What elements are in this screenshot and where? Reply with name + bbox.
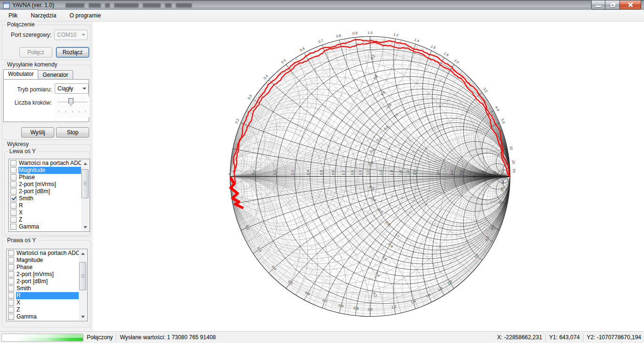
menu-item-o-programie[interactable]: O programie (63, 10, 107, 21)
axis-option-label: Smith (16, 285, 79, 292)
axis-option-label: Magnitude (16, 257, 79, 264)
svg-text:0.4: 0.4 (372, 74, 379, 81)
svg-text:10: 10 (480, 171, 485, 175)
svg-text:1.0: 1.0 (368, 307, 372, 311)
checkbox-icon[interactable] (8, 271, 14, 278)
checkbox-icon[interactable] (10, 224, 17, 230)
scroll-down-button[interactable] (81, 223, 89, 231)
axis-option[interactable]: R (7, 292, 79, 299)
checkbox-icon[interactable] (8, 300, 14, 306)
checkbox-icon[interactable] (8, 286, 14, 292)
svg-text:0.5: 0.5 (319, 170, 323, 175)
axis-option-label: Phase (16, 264, 79, 271)
tab-wobulator[interactable]: Wobulator (3, 69, 38, 79)
checkbox-icon[interactable] (8, 257, 14, 263)
cursor-readout: X: -22858662,231 Y1: 643,074 Y2: -107077… (494, 334, 641, 342)
svg-text:0.5: 0.5 (281, 58, 287, 64)
svg-text:0.8: 0.8 (388, 242, 394, 249)
axis-option[interactable]: Phase (9, 174, 81, 181)
checkbox-icon[interactable] (8, 278, 14, 285)
axis-option[interactable]: Wartości na portach ADC (9, 160, 81, 167)
axis-option[interactable]: Gamma (7, 313, 79, 320)
titlebar-ghost-artifact (66, 3, 192, 8)
disconnect-button[interactable]: Rozłącz (56, 47, 89, 57)
axis-option[interactable]: Smith (9, 195, 81, 202)
svg-text:1.4: 1.4 (389, 170, 394, 175)
svg-text:0.4: 0.4 (263, 74, 269, 81)
menu-item-plik[interactable]: Plik (2, 10, 24, 21)
checkbox-icon[interactable] (10, 181, 17, 188)
axis-option-label: 2-port [dBm] (18, 188, 81, 195)
axis-option[interactable]: Gamma (9, 223, 81, 230)
close-button[interactable] (619, 0, 641, 9)
checkbox-icon[interactable] (10, 167, 17, 173)
send-button[interactable]: Wyślij (21, 127, 54, 138)
checkbox-icon[interactable] (10, 160, 17, 166)
triangle-up-icon (83, 163, 87, 165)
titlebar: YAVNA (ver. 1.0) (0, 0, 644, 10)
scrollbar-thumb[interactable] (82, 169, 89, 198)
svg-text:1.0: 1.0 (368, 31, 372, 35)
checkbox-icon[interactable] (8, 314, 14, 320)
axis-option[interactable]: 2-port [dBm] (9, 188, 81, 195)
scrollbar-thumb[interactable] (79, 262, 86, 290)
checkbox-icon[interactable] (10, 188, 17, 195)
checkbox-icon[interactable] (10, 203, 17, 209)
axis-option-label: Smith (18, 195, 81, 202)
svg-text:4.0: 4.0 (494, 106, 500, 112)
checkbox-icon[interactable] (10, 174, 17, 180)
axis-option[interactable]: X (7, 299, 79, 306)
axis-option[interactable]: R (9, 202, 81, 209)
axis-option[interactable]: 2-port [mVrms] (7, 271, 79, 278)
axis-option[interactable]: X (9, 209, 81, 216)
measure-mode-select[interactable]: Ciągły (55, 83, 89, 94)
scrollbar-grip-icon (83, 182, 87, 186)
checkbox-icon[interactable] (8, 307, 14, 313)
right-axis-group: Prawa oś Y Wartości na portach ADCMagnit… (2, 240, 91, 327)
command-group: Wysyłanie komendy WobulatorGenerator Try… (2, 65, 91, 140)
left-axis-list: Wartości na portach ADCMagnitudePhase2-p… (8, 159, 90, 232)
menu-item-narzedzia[interactable]: Narzędzia (24, 10, 63, 21)
connect-button[interactable]: Połącz (19, 47, 52, 57)
checkbox-checked-icon[interactable] (10, 196, 17, 202)
triangle-up-icon (81, 253, 85, 255)
scroll-down-button[interactable] (79, 313, 87, 320)
axis-option[interactable]: Wartości na portach ADC (7, 250, 79, 257)
slider-thumb[interactable] (68, 98, 74, 106)
checkbox-icon[interactable] (8, 264, 14, 270)
axis-option[interactable]: 2-port [mVrms] (9, 181, 81, 188)
minimize-button[interactable] (591, 0, 605, 9)
scrollbar[interactable] (79, 250, 87, 320)
svg-text:50: 50 (500, 171, 504, 175)
axis-option[interactable]: Magnitude (7, 257, 79, 264)
axis-option[interactable]: Smith (7, 285, 79, 292)
triangle-down-icon (83, 226, 87, 229)
scroll-up-button[interactable] (81, 160, 89, 167)
svg-text:1.8: 1.8 (406, 170, 410, 175)
axis-option[interactable]: Phase (7, 264, 79, 271)
axis-option[interactable]: Z (9, 216, 81, 223)
steps-slider[interactable] (55, 97, 90, 117)
serial-port-value: COM10 (55, 32, 79, 38)
close-icon (627, 2, 633, 8)
axis-option[interactable]: 2-port [dBm] (7, 278, 79, 285)
axis-option[interactable]: Magnitude (9, 167, 81, 174)
checkbox-icon[interactable] (8, 293, 14, 299)
checkbox-icon[interactable] (10, 210, 17, 216)
scroll-up-button[interactable] (79, 250, 87, 257)
axis-option[interactable]: Z (7, 306, 79, 313)
axis-option-label: Z (18, 216, 81, 223)
svg-text:50: 50 (501, 180, 505, 184)
checkbox-icon[interactable] (10, 217, 17, 223)
axis-option-label: Gamma (16, 313, 79, 320)
serial-port-select[interactable]: COM10 (54, 30, 88, 40)
checkbox-icon[interactable] (8, 250, 14, 256)
svg-text:0.6: 0.6 (299, 46, 305, 52)
stop-button[interactable]: Stop (56, 127, 89, 138)
axis-option-label: X (18, 209, 81, 216)
readout-y1: Y1: 643,074 (549, 334, 580, 341)
tab-generator[interactable]: Generator (38, 70, 73, 79)
scrollbar[interactable] (81, 160, 89, 231)
restore-button[interactable] (605, 0, 619, 9)
sent-values: Wysłane wartości: 1 73080 765 91408 (120, 334, 215, 341)
